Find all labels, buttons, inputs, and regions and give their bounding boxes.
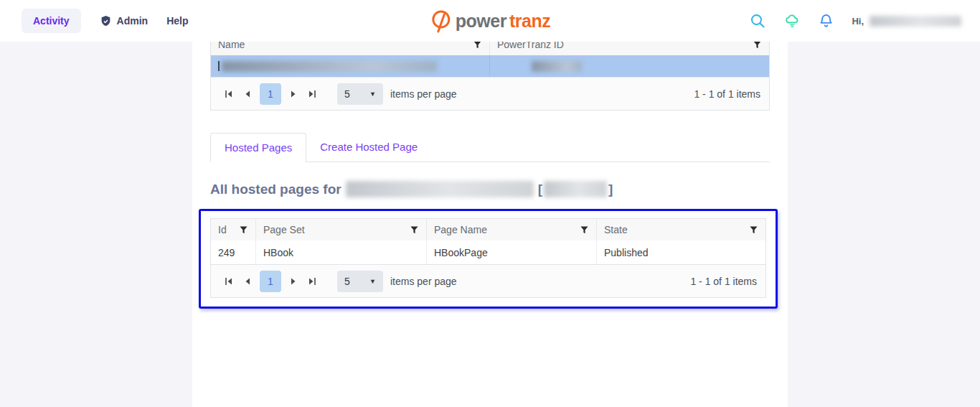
last-page-icon[interactable]	[303, 85, 321, 103]
filter-funnel-icon[interactable]	[410, 225, 419, 235]
nav-activity-label: Activity	[33, 15, 70, 27]
cloud-status-icon[interactable]	[784, 13, 800, 29]
tab-create-hosted-page[interactable]: Create Hosted Page	[306, 133, 431, 162]
merchant-row-selected[interactable]	[211, 55, 769, 77]
nav-left-group: Activity Admin Help	[22, 9, 188, 33]
column-header-state-label: State	[604, 224, 628, 235]
powertranz-logo-icon	[430, 9, 453, 33]
hosted-page-row[interactable]: 249 HBook HBookPage Published	[211, 240, 765, 264]
merchant-grid-pager: 1 5 ▼ items per page 1 - 1 of 1 items	[211, 77, 769, 110]
redacted-user-name	[870, 16, 961, 27]
hosted-pages-highlight-box: Id Page Set Page Name	[199, 209, 778, 309]
tab-hosted-pages[interactable]: Hosted Pages	[210, 133, 306, 162]
column-header-id: Id	[211, 219, 255, 240]
nav-item-activity[interactable]: Activity	[22, 9, 81, 33]
next-page-icon[interactable]	[284, 85, 303, 103]
page-size-value: 5	[344, 88, 350, 100]
redacted-merchant-name-heading	[346, 181, 534, 197]
cell-id: 249	[211, 240, 255, 264]
redacted-merchant-name	[222, 61, 437, 72]
next-page-icon[interactable]	[284, 272, 303, 291]
bell-icon[interactable]	[819, 13, 834, 29]
chevron-down-icon: ▼	[369, 278, 376, 285]
shield-check-icon	[100, 15, 112, 27]
page-size-value: 5	[344, 276, 350, 287]
page-size-select[interactable]: 5 ▼	[337, 271, 383, 292]
brand-text-tranz: tranz	[509, 11, 550, 32]
main-content: Name PowerTranz ID	[192, 0, 788, 407]
bracket-open: [	[538, 182, 542, 197]
redacted-merchant-id-heading	[544, 181, 607, 197]
search-icon[interactable]	[750, 13, 765, 29]
hosted-pages-grid: Id Page Set Page Name	[210, 218, 766, 298]
nav-right-group: Hi,	[731, 13, 961, 29]
greeting-label: Hi,	[852, 16, 864, 27]
prev-page-icon[interactable]	[238, 272, 257, 291]
nav-admin-label: Admin	[117, 15, 149, 27]
first-page-icon[interactable]	[220, 85, 238, 103]
top-nav: Activity Admin Help powertranz	[0, 0, 980, 42]
column-header-page-name-label: Page Name	[434, 224, 487, 235]
filter-funnel-icon[interactable]	[580, 225, 589, 235]
cell-page-name: HBookPage	[426, 240, 596, 264]
last-page-icon[interactable]	[303, 272, 321, 291]
column-header-state: State	[596, 219, 765, 240]
tab-hosted-pages-label: Hosted Pages	[225, 141, 292, 154]
bracket-close: ]	[608, 182, 613, 197]
pager-range-label: 1 - 1 of 1 items	[694, 88, 760, 100]
page-title: All hosted pages for []	[210, 181, 788, 197]
merchant-id-cell	[489, 55, 769, 77]
redacted-merchant-id	[532, 61, 582, 72]
merchant-grid: Name PowerTranz ID	[210, 33, 770, 111]
hosted-grid-header: Id Page Set Page Name	[211, 219, 765, 240]
pager-range-label: 1 - 1 of 1 items	[690, 276, 757, 287]
prev-page-icon[interactable]	[238, 85, 257, 103]
redacted-name-first-char	[218, 61, 220, 71]
page-number-button[interactable]: 1	[260, 83, 281, 105]
filter-funnel-icon[interactable]	[239, 225, 248, 235]
items-per-page-label: items per page	[390, 276, 457, 287]
filter-funnel-icon[interactable]	[749, 225, 758, 235]
column-header-page-name: Page Name	[426, 219, 596, 240]
page-size-select[interactable]: 5 ▼	[337, 83, 383, 105]
nav-item-admin[interactable]: Admin	[100, 15, 149, 27]
nav-help-label: Help	[166, 15, 188, 27]
tab-create-hosted-page-label: Create Hosted Page	[320, 141, 418, 153]
nav-item-help[interactable]: Help	[166, 15, 188, 27]
column-header-page-set-label: Page Set	[263, 224, 305, 235]
column-header-id-label: Id	[218, 224, 227, 235]
hosted-pages-tabstrip: Hosted Pages Create Hosted Page	[210, 132, 770, 162]
brand-text-power: power	[456, 11, 507, 32]
first-page-icon[interactable]	[220, 272, 238, 291]
powertranz-logo: powertranz	[430, 9, 550, 33]
column-header-page-set: Page Set	[255, 219, 426, 240]
cell-state: Published	[596, 240, 765, 264]
chevron-down-icon: ▼	[369, 90, 376, 98]
hosted-grid-pager: 1 5 ▼ items per page 1 - 1 of 1 items	[211, 264, 765, 297]
page-number-button[interactable]: 1	[260, 271, 281, 292]
cell-page-set: HBook	[255, 240, 426, 264]
items-per-page-label: items per page	[390, 88, 457, 100]
page-title-prefix: All hosted pages for	[210, 182, 341, 197]
merchant-name-cell	[211, 55, 489, 77]
